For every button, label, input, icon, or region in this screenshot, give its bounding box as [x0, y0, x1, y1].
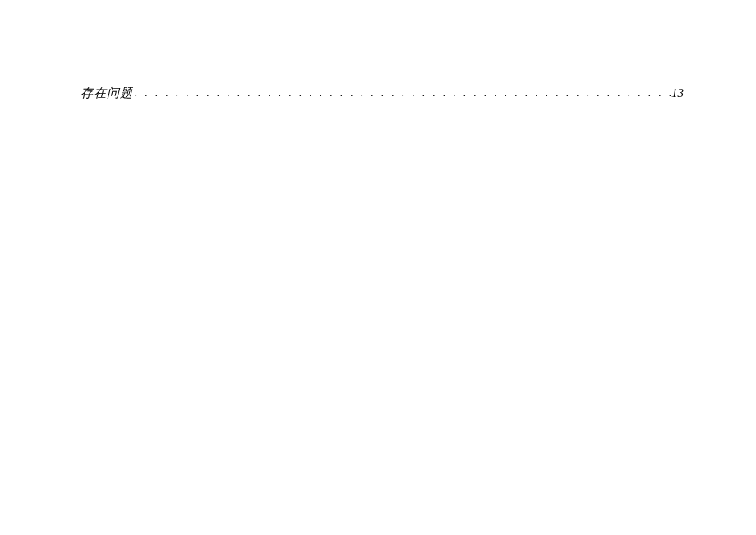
- toc-entry-page-number: 13: [671, 86, 684, 100]
- toc-leader-dots: . . . . . . . . . . . . . . . . . . . . …: [133, 86, 671, 99]
- toc-entry: 存在问题 . . . . . . . . . . . . . . . . . .…: [81, 85, 684, 101]
- toc-entry-title: 存在问题: [81, 85, 133, 101]
